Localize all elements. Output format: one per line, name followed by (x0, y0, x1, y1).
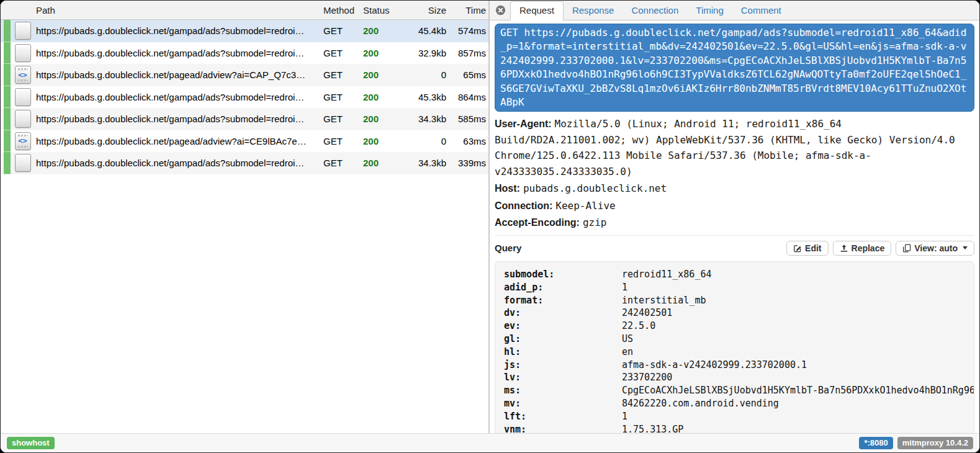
replace-button[interactable]: Replace (833, 241, 892, 256)
header-line: Hostpubads.g.doubleclick.net (495, 181, 974, 197)
tab-connection[interactable]: Connection (623, 2, 687, 20)
status-cell: 200 (363, 25, 402, 36)
request-detail-content: GET https://pubads.g.doubleclick.net/gam… (490, 20, 979, 433)
flow-row[interactable]: https://pubads.g.doubleclick.net/gampad/… (1, 108, 488, 130)
view-mode-button[interactable]: View: auto (896, 241, 974, 256)
path-cell: https://pubads.g.doubleclick.net/gampad/… (36, 114, 323, 124)
flow-list-panel: Path Method Status Size Time https://pub… (1, 1, 488, 433)
query-header: Query Edit (495, 241, 974, 256)
query-row: mv84262220.com.android.vending (504, 397, 974, 410)
header-line: User-AgentMozilla/5.0 (Linux; Android 11… (495, 116, 974, 179)
header-value: Mozilla/5.0 (Linux; Android 11; redroid1… (495, 118, 955, 177)
path-cell: https://pubads.g.doubleclick.net/gampad/… (36, 158, 323, 168)
showhost-badge: showhost (7, 437, 55, 449)
query-key: adid_p (504, 281, 622, 294)
column-header-time: Time (446, 5, 488, 16)
query-row: msCpgECoACXhJeLSBlXBSjUobvd1H5KYmlbT-Ba7… (504, 384, 974, 397)
flow-row[interactable]: https://pubads.g.doubleclick.net/gampad/… (1, 20, 488, 42)
edit-button[interactable]: Edit (786, 241, 828, 256)
header-name: Host (495, 183, 520, 194)
size-cell: 34.3kb (402, 114, 446, 124)
document-icon (15, 88, 31, 106)
header-line: ConnectionKeep-Alive (495, 198, 974, 214)
query-value: 233702200 (622, 371, 974, 384)
query-value: CpgECoACXhJeLSBlXBSjUobvd1H5KYmlbT-Ba7n5… (622, 384, 974, 397)
flow-row[interactable]: <> https://pubads.g.doubleclick.net/page… (1, 130, 488, 153)
query-row: adid_p1 (504, 281, 974, 294)
query-table: submodelredroid11_x86_64 adid_p1 formati… (495, 261, 974, 433)
tab-timing[interactable]: Timing (687, 2, 732, 20)
html-document-icon: <> (15, 66, 31, 84)
tab-comment[interactable]: Comment (732, 2, 790, 20)
edit-button-label: Edit (805, 243, 821, 253)
query-key: format (504, 294, 622, 307)
query-value: 84262220.com.android.vending (622, 397, 974, 410)
flow-marker (4, 64, 11, 86)
tab-response[interactable]: Response (564, 2, 623, 20)
request-headers: User-AgentMozilla/5.0 (Linux; Android 11… (495, 116, 974, 231)
flow-row[interactable]: https://pubads.g.doubleclick.net/gampad/… (1, 86, 488, 109)
status-bar: showhost *:8080 mitmproxy 10.4.2 (1, 433, 979, 452)
query-value: US (622, 333, 974, 346)
query-row: lv233702200 (504, 371, 974, 384)
mitmweb-window: Path Method Status Size Time https://pub… (0, 0, 980, 453)
marker-column-header (4, 1, 11, 19)
query-row: lft1 (504, 410, 974, 423)
detail-tab-bar: Request Response Connection Timing Comme… (490, 1, 979, 20)
caret-down-icon (963, 246, 968, 249)
query-row: ev22.5.0 (504, 320, 974, 333)
query-key: ms (504, 384, 622, 397)
query-row: submodelredroid11_x86_64 (504, 268, 974, 281)
query-key: gl (504, 333, 622, 346)
method-cell: GET (323, 92, 363, 102)
status-cell: 200 (363, 158, 402, 168)
query-section: Query Edit (495, 235, 974, 433)
status-cell: 200 (363, 114, 402, 124)
query-value: 1 (622, 281, 974, 294)
time-cell: 585ms (446, 114, 488, 124)
time-cell: 864ms (446, 92, 488, 102)
query-key: submodel (504, 268, 622, 281)
replace-button-label: Replace (852, 243, 885, 253)
path-cell: https://pubads.g.doubleclick.net/pagead/… (36, 70, 323, 80)
flow-row[interactable]: <> https://pubads.g.doubleclick.net/page… (1, 64, 488, 86)
document-icon (15, 110, 31, 128)
flow-rows: https://pubads.g.doubleclick.net/gampad/… (1, 20, 488, 433)
edit-icon (793, 244, 802, 253)
close-flow-detail-button[interactable] (495, 5, 506, 16)
time-cell: 63ms (446, 136, 488, 146)
path-cell: https://pubads.g.doubleclick.net/gampad/… (36, 48, 323, 58)
query-row: vnm1.75.313.GP (504, 423, 974, 434)
flow-row[interactable]: https://pubads.g.doubleclick.net/gampad/… (1, 152, 488, 174)
status-cell: 200 (363, 48, 402, 58)
query-value: 1.75.313.GP (622, 423, 974, 434)
request-line[interactable]: GET https://pubads.g.doubleclick.net/gam… (495, 24, 974, 112)
query-row: glUS (504, 333, 974, 346)
method-cell: GET (323, 158, 363, 168)
size-cell: 0 (402, 70, 446, 80)
query-key: vnm (504, 423, 622, 434)
close-icon (495, 5, 506, 16)
flow-row[interactable]: https://pubads.g.doubleclick.net/gampad/… (1, 42, 488, 65)
flow-marker (4, 130, 11, 153)
flow-marker (4, 152, 11, 174)
status-cell: 200 (363, 92, 402, 102)
flow-marker (4, 42, 11, 65)
column-header-status: Status (363, 5, 402, 16)
query-key: lv (504, 371, 622, 384)
time-cell: 574ms (446, 25, 488, 36)
query-value: 22.5.0 (622, 320, 974, 333)
header-name: User-Agent (495, 119, 552, 129)
query-value: 242402501 (622, 307, 974, 320)
header-name: Accept-Encoding (495, 217, 580, 228)
html-document-icon: <> (15, 132, 31, 150)
header-value: gzip (583, 217, 607, 228)
flow-marker (4, 86, 11, 109)
version-badge: mitmproxy 10.4.2 (897, 437, 973, 449)
query-value: 1 (622, 410, 974, 423)
main-area: Path Method Status Size Time https://pub… (1, 1, 979, 433)
document-icon (15, 154, 31, 172)
flow-marker (4, 108, 11, 130)
query-value: interstitial_mb (622, 294, 974, 307)
tab-request[interactable]: Request (510, 1, 564, 20)
